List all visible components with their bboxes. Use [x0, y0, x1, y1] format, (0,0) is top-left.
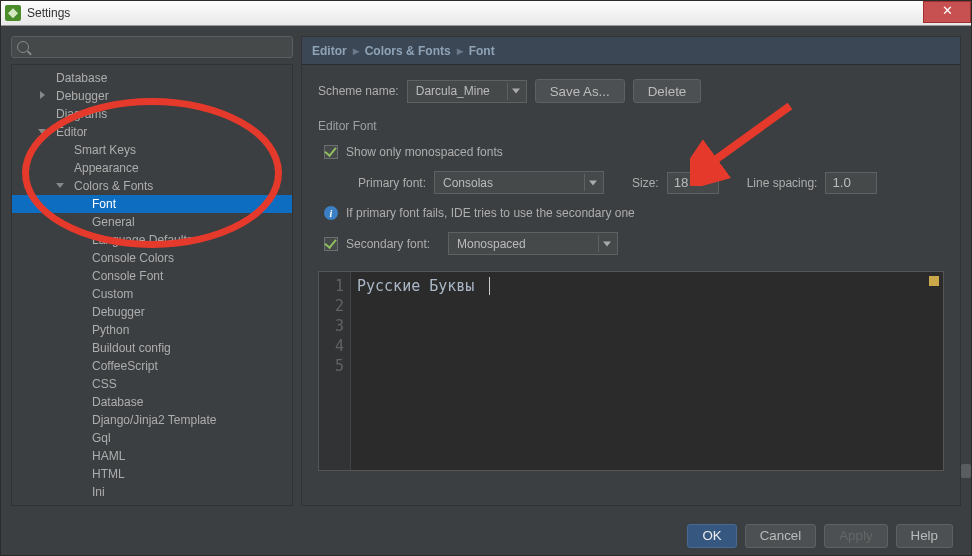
- gutter: 12345: [319, 272, 351, 470]
- tree-item-label: Buildout config: [92, 341, 171, 355]
- secondary-font-info: If primary font fails, IDE tries to use …: [346, 206, 635, 220]
- text-caret: [489, 277, 490, 295]
- tree-item-label: Editor: [56, 125, 87, 139]
- tree-item[interactable]: Python: [12, 321, 292, 339]
- settings-tree[interactable]: DatabaseDebuggerDiagramsEditorSmart Keys…: [11, 64, 293, 506]
- secondary-font-value: Monospaced: [457, 237, 526, 251]
- size-label: Size:: [632, 176, 659, 190]
- tree-item-label: Gql: [92, 431, 111, 445]
- info-icon: i: [324, 206, 338, 220]
- scheme-name-label: Scheme name:: [318, 84, 399, 98]
- size-input[interactable]: [667, 172, 719, 194]
- tree-item[interactable]: General: [12, 213, 292, 231]
- editor-font-title: Editor Font: [318, 119, 944, 133]
- tree-item-label: General: [92, 215, 135, 229]
- tree-item-label: Console Colors: [92, 251, 174, 265]
- chevron-down-icon: [56, 183, 64, 188]
- tree-item[interactable]: Debugger: [12, 303, 292, 321]
- tree-item[interactable]: Font: [12, 195, 292, 213]
- tree-item-label: Debugger: [56, 89, 109, 103]
- tree-item-label: Console Font: [92, 269, 163, 283]
- tree-item-label: Django/Jinja2 Template: [92, 413, 217, 427]
- search-icon: [17, 41, 29, 53]
- tree-item[interactable]: HTML: [12, 465, 292, 483]
- tree-item[interactable]: Language Defaults: [12, 231, 292, 249]
- bookmark-icon: [929, 276, 939, 286]
- tree-item-label: Smart Keys: [74, 143, 136, 157]
- search-input[interactable]: [11, 36, 293, 58]
- tree-item[interactable]: Colors & Fonts: [12, 177, 292, 195]
- chevron-down-icon: [38, 129, 46, 134]
- font-preview-editor[interactable]: 12345 Русские Буквы: [318, 271, 944, 471]
- search-wrap: [11, 36, 293, 58]
- tree-item[interactable]: Editor: [12, 123, 292, 141]
- breadcrumb-font[interactable]: Font: [469, 44, 495, 58]
- tree-item[interactable]: Appearance: [12, 159, 292, 177]
- tree-item-label: HTML: [92, 467, 125, 481]
- tree-item-label: Debugger: [92, 305, 145, 319]
- dialog-footer: OK Cancel Apply Help: [1, 516, 971, 555]
- code-area[interactable]: Русские Буквы: [351, 272, 943, 470]
- tree-item[interactable]: Smart Keys: [12, 141, 292, 159]
- primary-font-label: Primary font:: [348, 176, 426, 190]
- breadcrumb: Editor ▸ Colors & Fonts ▸ Font: [302, 37, 960, 65]
- delete-button[interactable]: Delete: [633, 79, 702, 103]
- breadcrumb-colors-fonts[interactable]: Colors & Fonts: [365, 44, 451, 58]
- secondary-font-label: Secondary font:: [346, 237, 440, 251]
- chevron-down-icon: [589, 180, 597, 185]
- tree-item[interactable]: Console Colors: [12, 249, 292, 267]
- tree-item[interactable]: Django/Jinja2 Template: [12, 411, 292, 429]
- chevron-down-icon: [512, 89, 520, 94]
- apply-button[interactable]: Apply: [824, 524, 887, 548]
- chevron-right-icon: [40, 91, 45, 99]
- tree-item[interactable]: Buildout config: [12, 339, 292, 357]
- scheme-name-value: Darcula_Mine: [416, 84, 490, 98]
- window-title: Settings: [27, 6, 70, 20]
- tree-item[interactable]: HAML: [12, 447, 292, 465]
- tree-item-label: Custom: [92, 287, 133, 301]
- close-button[interactable]: ✕: [923, 1, 971, 23]
- line-spacing-input[interactable]: [825, 172, 877, 194]
- tree-item-label: HAML: [92, 449, 125, 463]
- show-monospaced-label: Show only monospaced fonts: [346, 145, 503, 159]
- tree-item[interactable]: Console Font: [12, 267, 292, 285]
- tree-item[interactable]: Database: [12, 69, 292, 87]
- tree-item[interactable]: Ini: [12, 483, 292, 501]
- primary-font-dropdown[interactable]: Consolas: [434, 171, 604, 194]
- tree-item[interactable]: Gql: [12, 429, 292, 447]
- chevron-right-icon: ▸: [457, 44, 463, 58]
- tree-item-label: Python: [92, 323, 129, 337]
- app-icon: [5, 5, 21, 21]
- tree-item-label: Database: [56, 71, 107, 85]
- tree-item-label: Colors & Fonts: [74, 179, 153, 193]
- tree-item-label: CSS: [92, 377, 117, 391]
- tree-item-label: Ini: [92, 485, 105, 499]
- save-as-button[interactable]: Save As...: [535, 79, 625, 103]
- tree-item[interactable]: CoffeeScript: [12, 357, 292, 375]
- tree-item-label: Diagrams: [56, 107, 107, 121]
- scheme-name-dropdown[interactable]: Darcula_Mine: [407, 80, 527, 103]
- cancel-button[interactable]: Cancel: [745, 524, 817, 548]
- tree-item[interactable]: Custom: [12, 285, 292, 303]
- tree-item[interactable]: CSS: [12, 375, 292, 393]
- help-button[interactable]: Help: [896, 524, 953, 548]
- tree-item-label: Font: [92, 197, 116, 211]
- secondary-font-dropdown[interactable]: Monospaced: [448, 232, 618, 255]
- tree-item[interactable]: Database: [12, 393, 292, 411]
- tree-item-label: Database: [92, 395, 143, 409]
- tree-item[interactable]: Debugger: [12, 87, 292, 105]
- secondary-font-checkbox[interactable]: [324, 237, 338, 251]
- tree-item-label: CoffeeScript: [92, 359, 158, 373]
- preview-line-1: Русские Буквы: [357, 277, 474, 295]
- ok-button[interactable]: OK: [687, 524, 736, 548]
- tree-item[interactable]: Diagrams: [12, 105, 292, 123]
- titlebar: Settings ✕: [1, 1, 971, 26]
- tree-item-label: Appearance: [74, 161, 139, 175]
- tree-item-label: Language Defaults: [92, 233, 193, 247]
- breadcrumb-editor[interactable]: Editor: [312, 44, 347, 58]
- tree-scrollbar[interactable]: [961, 464, 971, 478]
- chevron-right-icon: ▸: [353, 44, 359, 58]
- line-spacing-label: Line spacing:: [747, 176, 818, 190]
- primary-font-value: Consolas: [443, 176, 493, 190]
- show-monospaced-checkbox[interactable]: [324, 145, 338, 159]
